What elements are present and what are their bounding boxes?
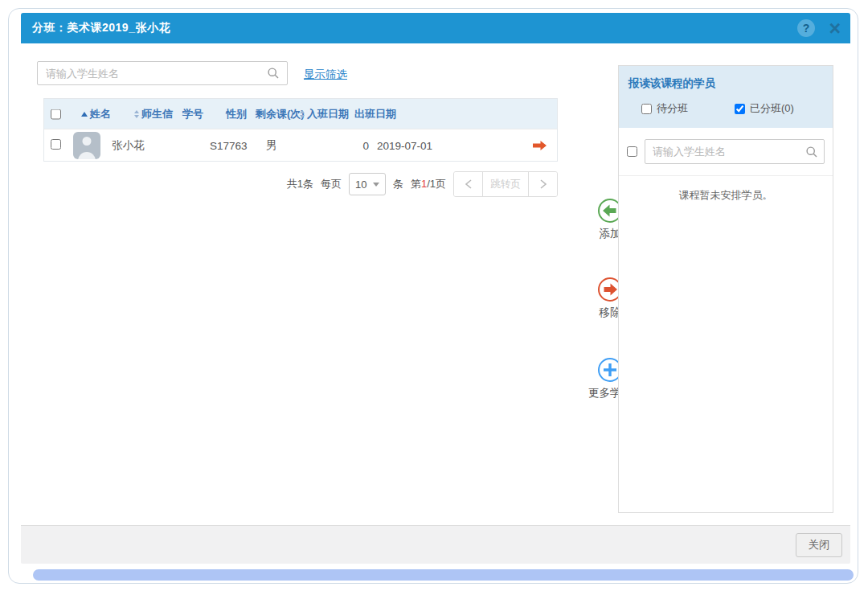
page-nav-group xyxy=(453,171,558,197)
select-all-checkbox[interactable] xyxy=(51,109,61,119)
panel-title: 报读该课程的学员 xyxy=(628,76,823,91)
column-header-remaining-lessons: 剩余课(次) xyxy=(256,107,305,121)
per-page-select[interactable]: 10 xyxy=(349,173,386,195)
search-icon[interactable] xyxy=(267,67,280,82)
close-button[interactable]: 关闭 xyxy=(796,533,842,557)
assigned-checkbox[interactable] xyxy=(735,104,745,114)
row-checkbox[interactable] xyxy=(51,139,61,150)
filter-pending[interactable]: 待分班 xyxy=(641,101,688,116)
show-filter-link[interactable]: 显示筛选 xyxy=(304,68,347,82)
pending-checkbox[interactable] xyxy=(641,104,652,114)
sort-icon xyxy=(134,110,139,118)
student-no: S17763 xyxy=(210,139,248,151)
student-table: 姓名 师生信 学号 性别 剩余课(次) xyxy=(43,98,558,162)
dialog-window: 分班：美术课2019_张小花 ? × 显示筛选 姓名 xyxy=(8,8,858,584)
panel-search-row xyxy=(619,128,833,176)
student-search-input[interactable] xyxy=(37,61,288,85)
page-scrollbar-strip xyxy=(33,569,854,581)
modal-content: 显示筛选 姓名 师生信 学号 xyxy=(21,43,850,525)
page-indicator: 第1/1页 xyxy=(411,177,446,191)
panel-filters: 待分班 已分班(0) xyxy=(628,101,823,116)
modal-footer: 关闭 xyxy=(21,525,850,564)
titlebar: 分班：美术课2019_张小花 ? × xyxy=(21,13,850,43)
unit-label: 条 xyxy=(393,177,403,191)
search-icon[interactable] xyxy=(805,146,818,161)
student-avatar xyxy=(73,132,100,159)
column-header-student-no: 学号 xyxy=(182,107,203,121)
prev-page-button[interactable] xyxy=(454,172,483,196)
table-header-row: 姓名 师生信 学号 性别 剩余课(次) xyxy=(44,99,557,129)
total-count: 共1条 xyxy=(287,177,313,191)
move-right-arrow-icon[interactable] xyxy=(532,140,547,151)
table-row: 张小花 S17763 男 0 2019-07-01 xyxy=(44,129,557,161)
student-name: 张小花 xyxy=(112,138,145,153)
modal-title: 分班：美术课2019_张小花 xyxy=(32,21,170,35)
sort-asc-icon xyxy=(81,112,88,117)
help-icon[interactable]: ? xyxy=(797,19,815,37)
filter-assigned[interactable]: 已分班(0) xyxy=(735,101,794,116)
column-header-name[interactable]: 姓名 xyxy=(81,107,111,121)
column-header-gender: 性别 xyxy=(226,107,247,121)
panel-header: 报读该课程的学员 待分班 已分班(0) xyxy=(619,66,833,128)
assign-class-modal: 分班：美术课2019_张小花 ? × 显示筛选 姓名 xyxy=(21,13,850,564)
sort-icon xyxy=(300,110,305,118)
column-header-join-date[interactable]: 入班日期 xyxy=(300,107,349,121)
remaining-lessons: 0 xyxy=(334,139,369,151)
empty-message: 课程暂未安排学员。 xyxy=(619,176,833,203)
per-page-label: 每页 xyxy=(321,177,342,191)
column-header-leave-date: 出班日期 xyxy=(354,107,396,121)
enrolled-students-panel: 报读该课程的学员 待分班 已分班(0) xyxy=(618,65,833,513)
student-gender: 男 xyxy=(266,138,277,153)
jump-page-input[interactable] xyxy=(483,172,528,196)
panel-search-input[interactable] xyxy=(645,139,825,164)
chevron-down-icon xyxy=(373,183,379,187)
join-date: 2019-07-01 xyxy=(377,139,432,151)
panel-select-all-checkbox[interactable] xyxy=(627,146,637,157)
column-header-teacher-wechat[interactable]: 师生信 xyxy=(134,107,173,121)
next-page-button[interactable] xyxy=(528,172,557,196)
pagination-bar: 共1条 每页 10 条 第1/1页 xyxy=(43,171,558,197)
close-icon[interactable]: × xyxy=(829,16,841,40)
